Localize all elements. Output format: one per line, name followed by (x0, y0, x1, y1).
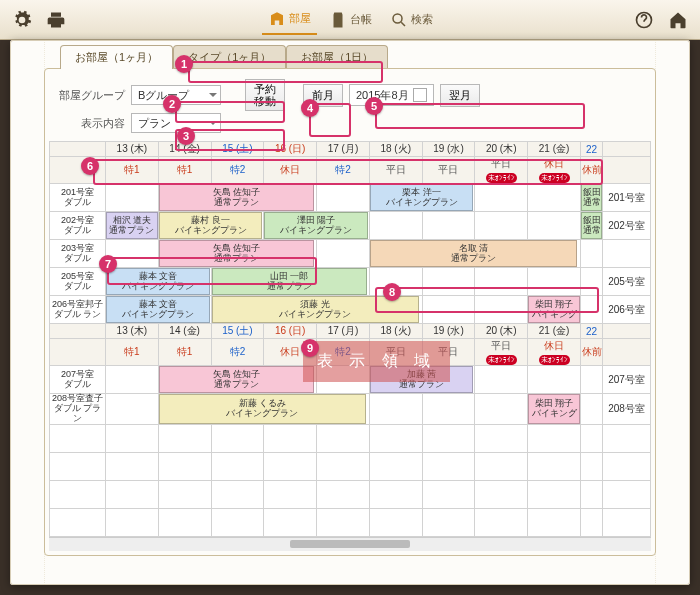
tab-room-month[interactable]: お部屋（1ヶ月） (60, 45, 173, 69)
tab-room-day[interactable]: お部屋（1日） (286, 45, 388, 69)
horizontal-scrollbar[interactable] (49, 537, 651, 551)
main-sheet: お部屋（1ヶ月） タイプ（1ヶ月） お部屋（1日） 部屋グループ Bグループ 予… (10, 40, 690, 585)
move-reservation-button[interactable]: 予約 移動 (245, 79, 285, 111)
label-room-group: 部屋グループ (59, 88, 125, 103)
gear-icon[interactable] (8, 6, 36, 34)
calendar-grid: 13 (木)14 (金)15 (土)16 (日)17 (月)18 (火)19 (… (49, 141, 651, 537)
reservation-block[interactable]: 栗本 洋一バイキングプラン (370, 184, 474, 211)
nav-room[interactable]: 部屋 (262, 5, 317, 35)
help-icon[interactable] (630, 6, 658, 34)
reservation-block[interactable]: 柴田 翔子バイキング (528, 296, 580, 323)
reservation-block[interactable]: 飯田通常 (581, 212, 602, 239)
month-display[interactable]: 2015年8月 (349, 84, 434, 106)
display-area-overlay: 表 示 領 域 (303, 341, 450, 382)
callout-2: 2 (163, 95, 181, 113)
calendar-card: 部屋グループ Bグループ 予約 移動 前月 2015年8月 翌月 表示内容 プラ… (44, 68, 656, 556)
print-icon[interactable] (42, 6, 70, 34)
reservation-block[interactable]: 山田 一郎通常プラン (212, 268, 367, 295)
reservation-block[interactable]: 相沢 道夫通常プラン (106, 212, 158, 239)
svg-point-0 (393, 14, 402, 23)
callout-4: 4 (301, 99, 319, 117)
callout-7: 7 (99, 255, 117, 273)
callout-1: 1 (175, 55, 193, 73)
reservation-block[interactable]: 藤本 文音バイキングプラン (106, 268, 210, 295)
home-icon[interactable] (664, 6, 692, 34)
next-month-button[interactable]: 翌月 (440, 84, 480, 107)
callout-6: 6 (81, 157, 99, 175)
reservation-block[interactable]: 矢島 佐知子通常プラン (159, 366, 314, 393)
select-display-content[interactable]: プラン (131, 113, 221, 133)
callout-9: 9 (301, 339, 319, 357)
reservation-block[interactable]: 飯田通常 (581, 184, 602, 211)
reservation-block[interactable]: 矢島 佐知子通常プラン (159, 240, 314, 267)
reservation-block[interactable]: 新藤 くるみバイキングプラン (159, 394, 366, 424)
callout-8: 8 (383, 283, 401, 301)
view-tabs: お部屋（1ヶ月） タイプ（1ヶ月） お部屋（1日） (10, 44, 690, 68)
reservation-block[interactable]: 名取 清通常プラン (370, 240, 577, 267)
reservation-block[interactable]: 澤田 陽子バイキングプラン (264, 212, 368, 239)
top-toolbar: 部屋 台帳 検索 (0, 0, 700, 40)
nav-search[interactable]: 検索 (384, 5, 439, 35)
reservation-block[interactable]: 藤本 文音バイキングプラン (106, 296, 210, 323)
calendar-picker-icon[interactable] (413, 88, 427, 102)
callout-3: 3 (177, 127, 195, 145)
reservation-block[interactable]: 柴田 翔子バイキング (528, 394, 580, 424)
label-display-content: 表示内容 (81, 116, 125, 131)
reservation-block[interactable]: 矢島 佐知子通常プラン (159, 184, 314, 211)
reservation-block[interactable]: 藤村 良一バイキングプラン (159, 212, 263, 239)
callout-5: 5 (365, 97, 383, 115)
nav-ledger[interactable]: 台帳 (323, 5, 378, 35)
